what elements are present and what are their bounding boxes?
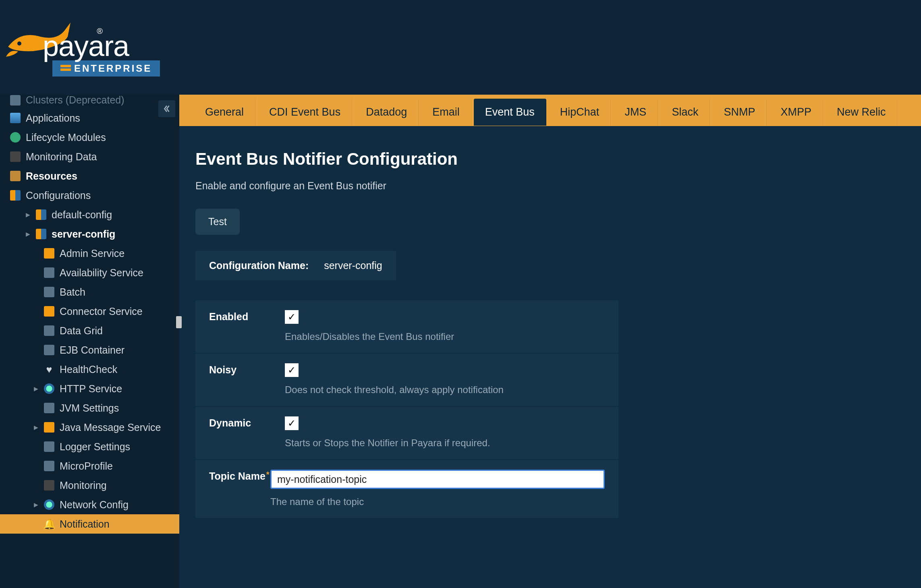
enabled-checkbox[interactable]: ✓ xyxy=(285,310,299,324)
ejb-icon xyxy=(44,344,55,356)
sidebar-item-jvm-settings[interactable]: JVM Settings xyxy=(0,398,179,418)
form-row-topic: Topic Name* The name of the topic xyxy=(195,460,618,518)
tab-snmp[interactable]: SNMP xyxy=(712,99,767,126)
sidebar-item-resources[interactable]: Resources xyxy=(0,166,179,186)
sidebar-item-label: EJB Container xyxy=(60,344,179,356)
sidebar-item-configurations[interactable]: Configurations xyxy=(0,186,179,205)
applications-icon xyxy=(10,112,21,124)
tab-general[interactable]: General xyxy=(194,99,255,126)
dynamic-help: Starts or Stops the Notifier in Payara i… xyxy=(285,437,605,449)
sidebar-item-label: Batch xyxy=(60,286,179,298)
sidebar-item-notification[interactable]: 🔔Notification xyxy=(0,514,179,534)
config-name-label: Configuration Name: xyxy=(209,260,309,271)
sidebar-item-label: Clusters (Deprecated) xyxy=(26,95,179,106)
topic-name-input[interactable] xyxy=(270,470,605,489)
sidebar-item-monitoring[interactable]: Monitoring xyxy=(0,476,179,495)
sidebar-collapse-button[interactable] xyxy=(158,100,175,117)
tab-hipchat[interactable]: HipChat xyxy=(549,99,611,126)
tab-event-bus[interactable]: Event Bus xyxy=(474,99,546,126)
tab-jms[interactable]: JMS xyxy=(613,99,658,126)
sidebar-item-label: Lifecycle Modules xyxy=(26,132,179,143)
sidebar-item-microprofile[interactable]: MicroProfile xyxy=(0,456,179,476)
sidebar-item-label: Monitoring xyxy=(60,480,179,491)
tab-cdi-event-bus[interactable]: CDI Event Bus xyxy=(258,99,352,126)
service-icon xyxy=(44,248,55,259)
splitter-handle[interactable] xyxy=(176,316,182,328)
sidebar-item-java-message-service[interactable]: ▶Java Message Service xyxy=(0,418,179,437)
sidebar-item-server-config[interactable]: ▶server-config xyxy=(0,224,179,244)
sidebar-item-label: default-config xyxy=(52,209,179,221)
heart-icon: ♥ xyxy=(44,364,55,375)
sidebar-item-monitoring-data[interactable]: Monitoring Data xyxy=(0,147,179,166)
tree-caret-icon: ▶ xyxy=(33,385,39,392)
enterprise-badge: ENTERPRISE xyxy=(52,60,160,77)
config-icon xyxy=(10,190,21,201)
tree-caret-icon: ▶ xyxy=(25,231,31,237)
sidebar-item-logger-settings[interactable]: Logger Settings xyxy=(0,437,179,456)
logger-icon xyxy=(44,441,55,452)
edition-label: ENTERPRISE xyxy=(74,63,152,74)
sidebar-item-network-config[interactable]: ▶Network Config xyxy=(0,495,179,514)
noisy-checkbox[interactable]: ✓ xyxy=(285,363,299,377)
tab-xmpp[interactable]: XMPP xyxy=(769,99,823,126)
sidebar-item-ejb-container[interactable]: EJB Container xyxy=(0,340,179,360)
enabled-label: Enabled xyxy=(209,310,285,342)
monitoring-icon xyxy=(44,480,55,491)
dynamic-checkbox[interactable]: ✓ xyxy=(285,416,299,430)
sidebar-item-label: Configurations xyxy=(26,190,179,201)
form-row-dynamic: Dynamic ✓ Starts or Stops the Notifier i… xyxy=(195,407,618,460)
sidebar-item-label: server-config xyxy=(52,228,179,240)
sidebar-item-label: Logger Settings xyxy=(60,441,179,453)
bell-icon: 🔔 xyxy=(44,518,55,530)
connector-icon xyxy=(44,306,55,317)
tab-new-relic[interactable]: New Relic xyxy=(826,99,898,126)
sidebar-item-label: Connector Service xyxy=(60,306,179,317)
form-row-noisy: Noisy ✓ Does not check threshold, always… xyxy=(195,354,618,407)
cluster-icon xyxy=(10,95,21,106)
sidebar-item-connector-service[interactable]: Connector Service xyxy=(0,302,179,321)
sidebar-item-label: Resources xyxy=(26,170,179,182)
sidebar-item-default-config[interactable]: ▶default-config xyxy=(0,205,179,224)
sidebar-item-label: Availability Service xyxy=(60,267,179,279)
sidebar-item-label: Applications xyxy=(26,112,179,124)
globe-icon xyxy=(44,383,55,394)
sidebar-item-label: MicroProfile xyxy=(60,460,179,472)
config-item-icon xyxy=(35,228,47,240)
noisy-help: Does not check threshold, always apply n… xyxy=(285,384,605,395)
sidebar-item-healthcheck[interactable]: ♥HealthCheck xyxy=(0,360,179,379)
monitor-icon xyxy=(10,151,21,162)
brand-logo: payara ® ENTERPRISE xyxy=(4,19,160,77)
main-panel: GeneralCDI Event BusDatadogEmailEvent Bu… xyxy=(179,95,921,588)
tab-slack[interactable]: Slack xyxy=(660,99,710,126)
resources-icon xyxy=(10,170,21,182)
microprofile-icon xyxy=(44,460,55,472)
sidebar-item-applications[interactable]: Applications xyxy=(0,108,179,128)
tree-caret-icon: ▶ xyxy=(33,424,39,431)
sidebar-item-http-service[interactable]: ▶HTTP Service xyxy=(0,379,179,398)
sidebar-item-batch[interactable]: Batch xyxy=(0,282,179,302)
sidebar-item-clusters-deprecated-[interactable]: Clusters (Deprecated) xyxy=(0,95,179,108)
brand-name: payara xyxy=(43,29,129,62)
noisy-label: Noisy xyxy=(209,363,285,395)
sidebar-item-label: Network Config xyxy=(60,499,179,511)
sidebar-item-availability-service[interactable]: Availability Service xyxy=(0,263,179,282)
datagrid-icon xyxy=(44,325,55,336)
sidebar-item-label: Monitoring Data xyxy=(26,151,179,163)
sidebar-item-data-grid[interactable]: Data Grid xyxy=(0,321,179,340)
page-title: Event Bus Notifier Configuration xyxy=(195,149,618,169)
jms-icon xyxy=(44,422,55,433)
test-button[interactable]: Test xyxy=(195,209,240,235)
enterprise-lines-icon xyxy=(60,65,71,72)
sidebar-item-admin-service[interactable]: Admin Service xyxy=(0,244,179,263)
topic-help: The name of the topic xyxy=(270,496,605,507)
tab-email[interactable]: Email xyxy=(421,99,471,126)
topic-label: Topic Name* xyxy=(209,470,270,507)
sidebar-item-lifecycle-modules[interactable]: Lifecycle Modules xyxy=(0,128,179,147)
form-row-enabled: Enabled ✓ Enables/Disables the Event Bus… xyxy=(195,300,618,354)
tree-caret-icon: ▶ xyxy=(25,211,31,218)
configuration-name-row: Configuration Name: server-config xyxy=(195,251,396,280)
sidebar-item-label: JVM Settings xyxy=(60,402,179,414)
form-table: Enabled ✓ Enables/Disables the Event Bus… xyxy=(195,300,618,518)
tab-datadog[interactable]: Datadog xyxy=(355,99,419,126)
sidebar-item-label: HTTP Service xyxy=(60,383,179,395)
